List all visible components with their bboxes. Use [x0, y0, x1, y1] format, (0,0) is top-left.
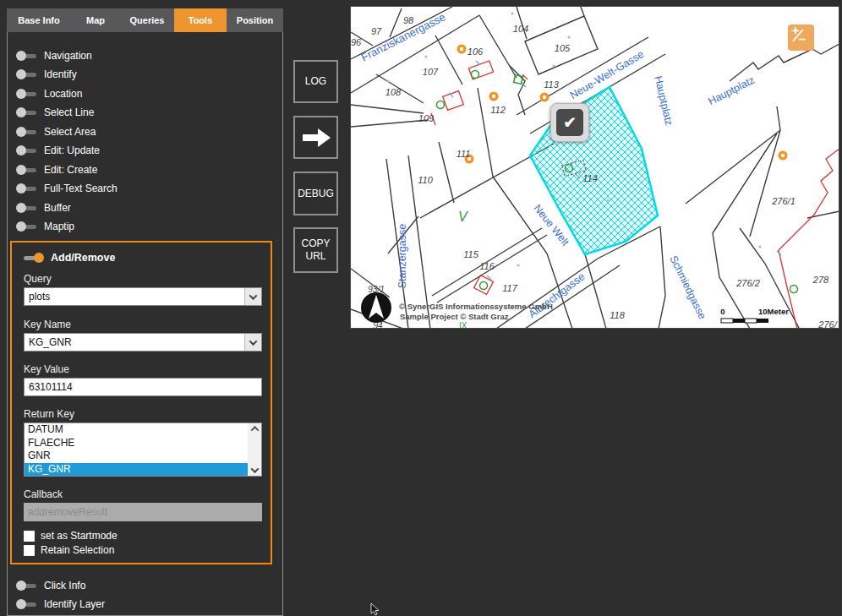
tab-bar: Base Info Map Queries Tools Position — [7, 8, 283, 32]
svg-text:108: 108 — [385, 87, 402, 97]
green-symbol-ix: IX — [459, 321, 467, 329]
svg-text:Hauptplatz: Hauptplatz — [652, 74, 675, 126]
svg-text:112: 112 — [490, 105, 506, 115]
copy-url-button[interactable]: COPY URL — [293, 227, 338, 273]
tool-buffer[interactable]: Buffer — [16, 199, 71, 216]
svg-text:© SynerGIS Informationssysteme: © SynerGIS Informationssysteme GmbH — [399, 302, 553, 311]
startmode-checkbox-row[interactable]: set as Startmode — [24, 530, 118, 542]
tab-queries[interactable]: Queries — [120, 8, 174, 32]
tool-identify-layer[interactable]: Identify Layer — [16, 596, 105, 613]
debug-button[interactable]: DEBUG — [293, 172, 338, 215]
toggle-off-icon[interactable] — [16, 221, 38, 232]
svg-text:115: 115 — [463, 249, 478, 259]
svg-text:113: 113 — [544, 79, 559, 90]
svg-text:111: 111 — [457, 149, 471, 159]
map-canvas: V IX 96 97 98 104 105 106 — [351, 7, 839, 329]
toggle-off-icon[interactable] — [16, 127, 38, 137]
toggle-off-icon[interactable] — [16, 203, 38, 213]
toggle-off-icon[interactable] — [16, 51, 38, 61]
next-arrow-button[interactable] — [293, 116, 338, 159]
svg-text:105: 105 — [555, 43, 571, 53]
key-name-select[interactable]: KG_GNR — [24, 333, 262, 352]
north-arrow-icon — [361, 292, 391, 323]
tool-location[interactable]: Location — [16, 85, 82, 102]
list-option[interactable]: FLAECHE — [25, 437, 261, 450]
chevron-down-icon[interactable] — [244, 288, 261, 305]
svg-text:96: 96 — [351, 37, 362, 47]
svg-text:116: 116 — [479, 261, 495, 271]
listbox-scrollbar[interactable] — [248, 423, 261, 476]
scroll-up-icon[interactable] — [250, 426, 259, 434]
svg-text:118: 118 — [610, 310, 625, 320]
toggle-off-icon[interactable] — [16, 599, 38, 609]
plus-minus-icon — [788, 25, 808, 45]
checkbox-unchecked[interactable] — [24, 531, 35, 542]
svg-text:109: 109 — [418, 113, 434, 123]
svg-text:Albrechtgasse: Albrechtgasse — [527, 270, 588, 320]
add-remove-panel: Add/Remove Query plots Key Name KG_GNR K… — [10, 241, 272, 564]
check-icon: ✔ — [563, 113, 576, 132]
svg-text:Sample Project © Stadt Graz: Sample Project © Stadt Graz — [400, 312, 509, 321]
arrow-right-icon — [299, 126, 333, 150]
toggle-off-icon[interactable] — [16, 89, 38, 99]
list-option[interactable]: DATUM — [25, 423, 261, 437]
toggle-off-icon[interactable] — [16, 581, 38, 591]
tool-click-info[interactable]: Click Info — [16, 577, 85, 594]
toggle-off-icon[interactable] — [16, 145, 38, 155]
toggle-off-icon[interactable] — [16, 183, 38, 194]
tool-navigation[interactable]: Navigation — [16, 47, 92, 64]
panel-title: Add/Remove — [51, 252, 115, 264]
scroll-down-icon[interactable] — [250, 465, 259, 473]
tool-maptip[interactable]: Maptip — [16, 218, 74, 235]
query-select[interactable]: plots — [24, 287, 262, 306]
checkbox-unchecked[interactable] — [24, 545, 35, 556]
tool-fulltext-search[interactable]: Full-Text Search — [16, 180, 118, 197]
key-value-input[interactable]: 63101114 — [24, 378, 262, 396]
tab-base-info[interactable]: Base Info — [7, 8, 71, 32]
svg-text:110: 110 — [418, 175, 433, 185]
svg-text:10Meter: 10Meter — [758, 307, 789, 316]
svg-text:106: 106 — [467, 46, 484, 57]
confirm-selection-button[interactable]: ✔ — [550, 103, 589, 142]
svg-text:114: 114 — [582, 173, 598, 183]
map-viewport[interactable]: V IX 96 97 98 104 105 106 — [350, 6, 839, 329]
svg-text:278: 278 — [812, 275, 829, 285]
toggle-off-icon[interactable] — [16, 69, 38, 79]
svg-text:104: 104 — [513, 24, 528, 34]
add-remove-mode-button[interactable] — [788, 25, 814, 51]
green-symbol-v: V — [458, 210, 468, 224]
return-key-listbox[interactable]: DATUM FLAECHE GNR KG_GNR — [24, 422, 262, 477]
tool-edit-update[interactable]: Edit: Update — [16, 142, 100, 159]
svg-text:0: 0 — [720, 307, 724, 316]
key-name-label: Key Name — [24, 319, 71, 330]
tool-edit-create[interactable]: Edit: Create — [16, 161, 97, 178]
svg-text:98: 98 — [403, 15, 414, 25]
svg-text:276/: 276/ — [817, 319, 837, 329]
tab-map[interactable]: Map — [71, 8, 120, 32]
callback-input: addremoveResult — [24, 503, 262, 521]
mouse-cursor — [370, 603, 381, 616]
list-option[interactable]: GNR — [25, 450, 261, 463]
list-option-selected[interactable]: KG_GNR — [25, 463, 261, 477]
callback-label: Callback — [24, 488, 63, 500]
svg-text:117: 117 — [502, 283, 517, 293]
svg-text:Schmiedgasse: Schmiedgasse — [667, 253, 708, 321]
tab-tools[interactable]: Tools — [174, 8, 227, 32]
toggle-off-icon[interactable] — [16, 107, 38, 117]
add-remove-header[interactable]: Add/Remove — [22, 252, 115, 264]
tool-identify[interactable]: Identify — [16, 66, 77, 83]
tool-select-area[interactable]: Select Area — [16, 123, 96, 140]
svg-text:107: 107 — [423, 67, 439, 77]
svg-text:Stanzergasse: Stanzergasse — [396, 224, 408, 288]
toggle-off-icon[interactable] — [16, 165, 38, 175]
chevron-down-icon[interactable] — [244, 334, 261, 351]
svg-text:276/2: 276/2 — [735, 278, 760, 288]
toggle-on-icon[interactable] — [22, 253, 44, 263]
retain-selection-checkbox-row[interactable]: Retain Selection — [24, 544, 114, 556]
tool-select-line[interactable]: Select Line — [16, 104, 94, 121]
return-key-label: Return Key — [24, 408, 74, 420]
query-label: Query — [24, 273, 52, 285]
log-button[interactable]: LOG — [293, 60, 338, 103]
tab-position[interactable]: Position — [227, 8, 283, 32]
scale-bar: 0 10Meter — [720, 307, 789, 323]
